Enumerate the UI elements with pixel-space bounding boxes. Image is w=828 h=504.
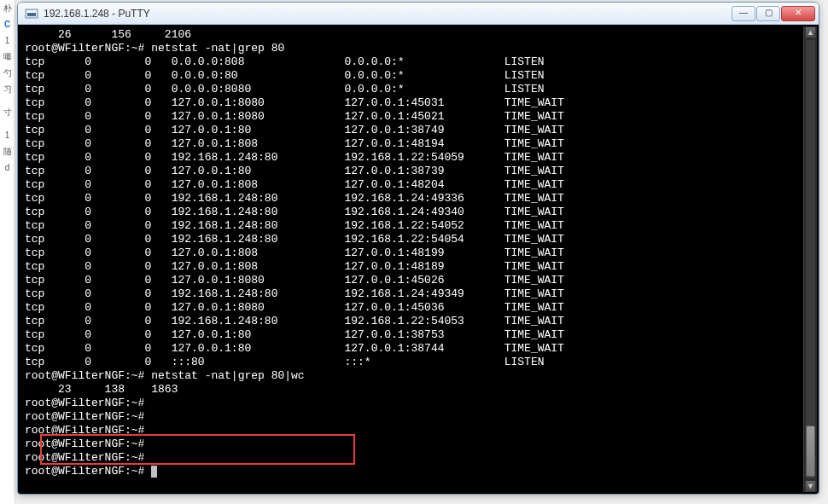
bg-fragment: C: [0, 16, 15, 32]
svg-rect-2: [27, 11, 36, 13]
bg-fragment: 朴: [0, 0, 15, 16]
putty-window: 192.168.1.248 - PuTTY — ▢ ✕ 26 156 2106 …: [17, 2, 819, 495]
window-buttons: — ▢ ✕: [732, 6, 815, 21]
scroll-down-button[interactable]: ▼: [805, 480, 816, 492]
scrollbar-thumb[interactable]: [806, 426, 815, 477]
bg-fragment: 1: [0, 32, 15, 49]
bg-fragment: 随: [0, 143, 15, 159]
bg-fragment: d: [0, 159, 15, 176]
cursor: [151, 466, 157, 478]
window-title: 192.168.1.248 - PuTTY: [42, 8, 732, 20]
maximize-button[interactable]: ▢: [756, 6, 780, 21]
scrollbar-track[interactable]: [806, 40, 815, 478]
bg-fragment: 勺: [0, 65, 15, 81]
bg-fragment: [0, 97, 15, 104]
bg-fragment: 寸: [0, 104, 15, 120]
bg-fragment: 曝: [0, 49, 15, 65]
scrollbar: ▲ ▼: [803, 26, 817, 492]
bg-fragment: 习: [0, 81, 15, 97]
putty-icon: [25, 7, 38, 20]
bg-fragment: [0, 120, 15, 127]
terminal-content[interactable]: 26 156 2106 root@WFilterNGF:~# netstat -…: [21, 26, 802, 492]
minimize-button[interactable]: —: [732, 6, 755, 21]
prompt-line: root@WFilterNGF:~#: [25, 465, 151, 478]
close-button[interactable]: ✕: [781, 6, 815, 21]
background-left-strip: 朴C1曝勺习寸1随d: [0, 0, 15, 504]
terminal-area: 26 156 2106 root@WFilterNGF:~# netstat -…: [18, 25, 819, 494]
bg-fragment: 1: [0, 127, 15, 143]
scroll-up-button[interactable]: ▲: [805, 26, 816, 38]
titlebar[interactable]: 192.168.1.248 - PuTTY — ▢ ✕: [18, 3, 819, 25]
